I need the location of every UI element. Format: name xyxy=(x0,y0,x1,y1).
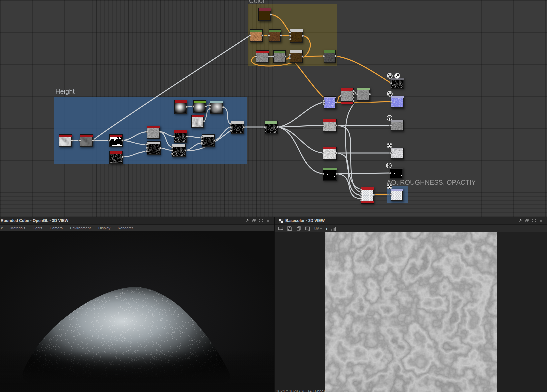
graph-node-output-height[interactable] xyxy=(391,148,404,159)
output-dot[interactable] xyxy=(373,194,375,196)
input-dot[interactable] xyxy=(230,126,232,128)
graph-node-noise-c1[interactable] xyxy=(256,50,269,63)
graph-node-blend-h1[interactable] xyxy=(147,141,161,155)
output-dot[interactable] xyxy=(280,34,282,37)
input-dot[interactable] xyxy=(173,135,175,138)
input-dot[interactable] xyxy=(289,54,291,56)
input-dot[interactable] xyxy=(390,124,392,127)
input-dot[interactable] xyxy=(268,34,270,37)
output-dot[interactable] xyxy=(71,139,73,142)
graph-node-height-result[interactable] xyxy=(231,121,244,134)
menu-item-renderer[interactable]: Renderer xyxy=(118,226,133,230)
graph-node-blend-color-1[interactable] xyxy=(290,29,303,43)
output-dot[interactable] xyxy=(270,13,272,16)
output-dot[interactable] xyxy=(213,139,216,142)
maximize-icon[interactable] xyxy=(259,219,263,223)
graph-node-output-basecolor[interactable] xyxy=(391,78,404,89)
output-dot[interactable] xyxy=(205,105,207,108)
output-dot[interactable] xyxy=(243,126,245,128)
2d-viewport[interactable] xyxy=(275,232,547,392)
close-icon[interactable] xyxy=(266,219,270,223)
output-dot[interactable] xyxy=(284,55,287,58)
menu-item-lights[interactable]: Lights xyxy=(33,226,42,230)
graph-node-blend-h3[interactable] xyxy=(202,134,215,147)
graph-node-grunge-1[interactable] xyxy=(109,151,123,164)
graph-node-perlin-2[interactable] xyxy=(80,134,93,147)
input-dot[interactable] xyxy=(360,192,362,194)
output-dot[interactable] xyxy=(352,90,355,92)
output-dot[interactable] xyxy=(336,173,338,175)
close-icon[interactable] xyxy=(539,219,543,223)
graph-node-output-normal[interactable] xyxy=(391,96,404,108)
input-dot[interactable] xyxy=(340,95,342,97)
menu-item-camera[interactable]: Camera xyxy=(50,226,63,230)
input-dot[interactable] xyxy=(323,55,325,57)
input-dot[interactable] xyxy=(108,139,111,142)
graph-node-noise-c2[interactable] xyxy=(273,50,286,63)
3d-viewport[interactable] xyxy=(0,231,274,392)
export-image-icon[interactable] xyxy=(305,226,311,231)
graph-node-dirt-dark[interactable] xyxy=(269,29,281,42)
graph-node-uniform-color[interactable] xyxy=(258,8,271,21)
graph-node-blend-h2[interactable] xyxy=(172,144,186,157)
output-dot[interactable] xyxy=(186,135,188,138)
input-dot[interactable] xyxy=(322,173,324,175)
histogram-icon[interactable] xyxy=(331,226,336,231)
input-dot[interactable] xyxy=(230,129,232,132)
input-dot[interactable] xyxy=(146,143,148,146)
output-dot[interactable] xyxy=(159,147,162,149)
paste-icon[interactable] xyxy=(296,226,301,231)
graph-node-shape-blob-1[interactable] xyxy=(174,100,187,114)
input-dot[interactable] xyxy=(146,150,148,152)
graph-node-opacity-src[interactable] xyxy=(323,168,337,181)
pin-icon[interactable] xyxy=(518,219,522,223)
input-dot[interactable] xyxy=(171,146,173,148)
graph-node-output-ao[interactable] xyxy=(390,168,403,179)
input-dot[interactable] xyxy=(255,55,257,58)
display-image-icon[interactable] xyxy=(278,226,283,231)
input-dot[interactable] xyxy=(389,172,391,174)
node-graph-canvas[interactable]: ColorHeightAO, ROUGHNESS, OPACTIY xyxy=(0,0,547,217)
output-dot[interactable] xyxy=(222,106,224,108)
input-dot[interactable] xyxy=(146,147,148,149)
input-dot[interactable] xyxy=(323,103,325,105)
graph-node-gradient-map[interactable] xyxy=(324,96,336,109)
output-dot[interactable] xyxy=(184,149,187,152)
output-dot[interactable] xyxy=(352,96,355,99)
input-dot[interactable] xyxy=(209,104,211,107)
output-dot[interactable] xyxy=(121,156,124,158)
input-dot[interactable] xyxy=(171,153,173,155)
output-dot[interactable] xyxy=(302,35,304,37)
input-dot[interactable] xyxy=(289,35,291,37)
input-dot[interactable] xyxy=(171,149,173,152)
graph-node-blur-noise[interactable] xyxy=(191,115,204,128)
output-dot[interactable] xyxy=(335,101,337,104)
menu-item-materials[interactable]: Materials xyxy=(10,226,25,230)
input-dot[interactable] xyxy=(390,82,392,84)
pin-icon[interactable] xyxy=(245,219,249,223)
input-dot[interactable] xyxy=(146,131,148,133)
graph-node-grunge-3[interactable] xyxy=(174,130,187,143)
input-dot[interactable] xyxy=(192,105,195,108)
input-dot[interactable] xyxy=(249,34,251,37)
input-dot[interactable] xyxy=(390,101,392,103)
input-dot[interactable] xyxy=(356,93,358,95)
output-dot[interactable] xyxy=(334,55,337,57)
uv-mode-dropdown[interactable]: UV xyxy=(314,227,322,231)
output-dot[interactable] xyxy=(92,139,94,142)
graph-node-output-roughness[interactable] xyxy=(391,120,404,131)
output-dot[interactable] xyxy=(352,93,355,95)
graph-node-ao-src[interactable] xyxy=(323,147,337,160)
output-dot[interactable] xyxy=(159,131,161,133)
input-dot[interactable] xyxy=(360,199,362,201)
input-dot[interactable] xyxy=(209,108,211,110)
graph-node-color-result[interactable] xyxy=(324,50,336,63)
input-dot[interactable] xyxy=(323,100,325,102)
output-dot[interactable] xyxy=(268,55,270,58)
input-dot[interactable] xyxy=(390,152,392,154)
output-dot[interactable] xyxy=(301,55,304,58)
input-dot[interactable] xyxy=(289,38,291,40)
input-dot[interactable] xyxy=(360,195,362,198)
graph-node-levels-height[interactable] xyxy=(265,121,278,134)
save-icon[interactable] xyxy=(287,226,292,231)
